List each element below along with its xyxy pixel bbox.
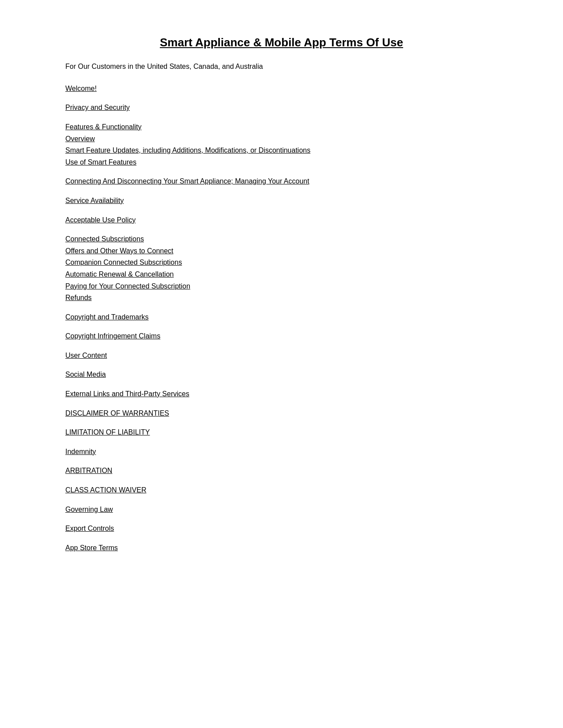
toc-link-refunds[interactable]: Refunds: [65, 292, 498, 304]
toc-link-social-media[interactable]: Social Media: [65, 369, 498, 380]
toc-group-features: Features & Functionality Overview Smart …: [65, 121, 498, 168]
toc-link-service-availability[interactable]: Service Availability: [65, 195, 498, 206]
toc-link-overview[interactable]: Overview: [65, 133, 498, 145]
toc-item-external-links: External Links and Third-Party Services: [65, 388, 498, 400]
toc-link-indemnity[interactable]: Indemnity: [65, 446, 498, 458]
toc-group-subscriptions: Connected Subscriptions Offers and Other…: [65, 233, 498, 304]
toc-item-service-availability: Service Availability: [65, 195, 498, 206]
toc-item-acceptable-use: Acceptable Use Policy: [65, 214, 498, 226]
toc-link-class-action[interactable]: CLASS ACTION WAIVER: [65, 484, 498, 496]
toc-item-disclaimer-warranties: DISCLAIMER OF WARRANTIES: [65, 408, 498, 419]
toc-link-limitation-liability[interactable]: LIMITATION OF LIABILITY: [65, 427, 498, 438]
toc-item-welcome: Welcome!: [65, 83, 498, 94]
page-subtitle: For Our Customers in the United States, …: [65, 63, 498, 71]
toc-link-user-content[interactable]: User Content: [65, 350, 498, 361]
toc-link-copyright-infringement[interactable]: Copyright Infringement Claims: [65, 330, 498, 342]
toc-item-user-content: User Content: [65, 350, 498, 361]
toc-link-privacy-security[interactable]: Privacy and Security: [65, 102, 498, 113]
table-of-contents: Welcome! Privacy and Security Features &…: [65, 83, 498, 554]
toc-item-copyright-infringement: Copyright Infringement Claims: [65, 330, 498, 342]
toc-link-export-controls[interactable]: Export Controls: [65, 523, 498, 534]
toc-link-connecting[interactable]: Connecting And Disconnecting Your Smart …: [65, 176, 498, 187]
toc-item-limitation-liability: LIMITATION OF LIABILITY: [65, 427, 498, 438]
toc-item-export-controls: Export Controls: [65, 523, 498, 534]
toc-item-indemnity: Indemnity: [65, 446, 498, 458]
toc-item-arbitration: ARBITRATION: [65, 465, 498, 477]
toc-item-governing-law: Governing Law: [65, 504, 498, 515]
toc-link-app-store-terms[interactable]: App Store Terms: [65, 542, 498, 554]
toc-item-social-media: Social Media: [65, 369, 498, 380]
toc-item-app-store-terms: App Store Terms: [65, 542, 498, 554]
toc-item-class-action: CLASS ACTION WAIVER: [65, 484, 498, 496]
toc-item-connecting: Connecting And Disconnecting Your Smart …: [65, 176, 498, 187]
toc-link-governing-law[interactable]: Governing Law: [65, 504, 498, 515]
toc-link-welcome[interactable]: Welcome!: [65, 83, 498, 94]
toc-item-copyright-trademarks: Copyright and Trademarks: [65, 311, 498, 323]
toc-link-arbitration[interactable]: ARBITRATION: [65, 465, 498, 477]
toc-link-external-links[interactable]: External Links and Third-Party Services: [65, 388, 498, 400]
toc-link-disclaimer-warranties[interactable]: DISCLAIMER OF WARRANTIES: [65, 408, 498, 419]
toc-link-smart-feature-updates[interactable]: Smart Feature Updates, including Additio…: [65, 145, 498, 156]
toc-link-companion-subscriptions[interactable]: Companion Connected Subscriptions: [65, 257, 498, 268]
toc-link-use-smart-features[interactable]: Use of Smart Features: [65, 157, 498, 168]
toc-link-features-functionality[interactable]: Features & Functionality: [65, 121, 498, 133]
toc-link-connected-subscriptions[interactable]: Connected Subscriptions: [65, 233, 498, 245]
toc-link-offers-ways[interactable]: Offers and Other Ways to Connect: [65, 245, 498, 257]
toc-item-privacy-security: Privacy and Security: [65, 102, 498, 113]
page-title: Smart Appliance & Mobile App Terms Of Us…: [65, 35, 498, 50]
toc-link-copyright-trademarks[interactable]: Copyright and Trademarks: [65, 311, 498, 323]
toc-link-paying-subscription[interactable]: Paying for Your Connected Subscription: [65, 281, 498, 292]
toc-link-automatic-renewal[interactable]: Automatic Renewal & Cancellation: [65, 269, 498, 280]
toc-link-acceptable-use[interactable]: Acceptable Use Policy: [65, 214, 498, 226]
